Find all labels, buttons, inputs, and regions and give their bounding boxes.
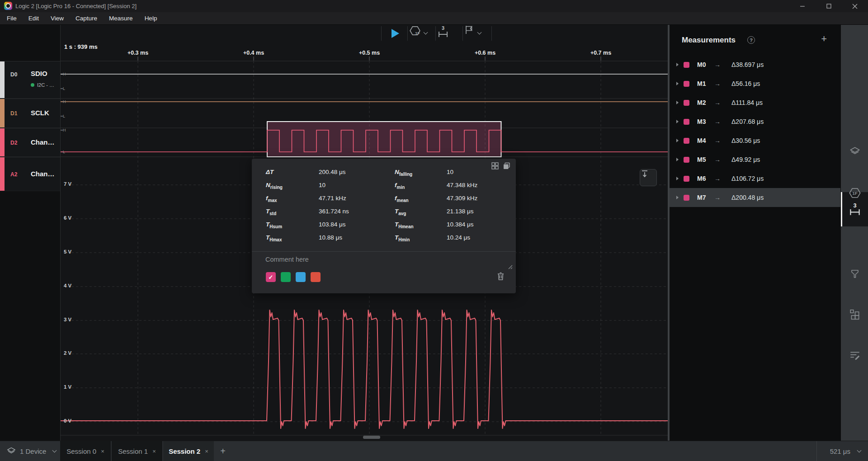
channel-d1-name: SCLK (31, 109, 49, 117)
channel-d1[interactable]: D1 SCLK (0, 99, 60, 128)
stat-value: 47.309 kHz (447, 195, 477, 202)
notes-tab-button[interactable] (841, 343, 868, 368)
measurement-list-item[interactable]: M5 → Δ49.92 μs (670, 150, 840, 169)
annotations-button[interactable] (464, 25, 491, 42)
toolbar-divider (407, 26, 408, 41)
channel-a2-id: A2 (10, 171, 17, 178)
ruler-tick-label: +0.6 ms (465, 50, 505, 56)
add-measurement-button[interactable]: + (821, 33, 827, 45)
channel-d0[interactable]: D0 SDIO I2C - … (0, 61, 60, 99)
measurement-value: Δ111.84 μs (731, 99, 763, 106)
measure-ruler-icon: 3 (849, 202, 861, 216)
menu-item-help[interactable]: Help (139, 15, 163, 22)
measurements-tab-button[interactable]: 3 (841, 197, 868, 222)
menu-bar: FileEditViewCaptureMeasureHelp (0, 12, 868, 25)
arrow-right-icon: → (714, 61, 731, 68)
measurement-name: M3 (697, 118, 714, 125)
capture-stack-button[interactable] (841, 139, 868, 164)
menu-item-file[interactable]: File (1, 15, 23, 22)
analyzer-mode-button[interactable]: 1F (409, 25, 435, 42)
measurement-color-chip (684, 81, 689, 87)
measurement-list-item[interactable]: M7 → Δ200.48 μs (670, 188, 840, 207)
color-swatch[interactable] (311, 272, 321, 282)
stat-value: 200.48 μs (319, 169, 346, 175)
measurement-list: M0 → Δ38.697 μs M1 → Δ56.16 μs M2 → Δ111… (670, 55, 840, 207)
menu-item-capture[interactable]: Capture (70, 15, 103, 22)
measurement-color-chip (684, 138, 689, 144)
measurement-name: M2 (697, 99, 714, 106)
stat-value: 21.138 μs (447, 208, 474, 215)
tab-session-0[interactable]: Session 0 × (60, 441, 111, 461)
notes-pencil-icon (849, 349, 861, 361)
popup-stat-row: THsum 103.84 μs THmean 10.384 μs (252, 221, 516, 234)
color-swatch[interactable] (296, 272, 306, 282)
tab-close-icon[interactable]: × (101, 448, 104, 455)
extensions-tab-button[interactable] (841, 302, 868, 327)
popup-stat-row: fmax 47.71 kHz fmean 47.309 kHz (252, 195, 516, 208)
analyzer-badge: 1F (415, 31, 420, 36)
start-capture-button[interactable] (383, 25, 407, 42)
arrow-right-icon: → (714, 118, 731, 125)
measure-tool-button[interactable]: 3 (437, 25, 462, 42)
measurement-list-item[interactable]: M1 → Δ56.16 μs (670, 74, 840, 93)
ruler-tick-label: +0.4 ms (233, 50, 274, 56)
expand-caret-icon[interactable] (676, 120, 679, 123)
expand-caret-icon[interactable] (676, 177, 679, 180)
stat-value: 10.384 μs (447, 221, 474, 228)
delete-measurement-button[interactable] (496, 272, 505, 281)
bottom-bar: 1 Device Session 0 × Session 1 × Session… (0, 441, 868, 461)
expand-caret-icon[interactable] (676, 82, 679, 85)
channel-a2[interactable]: A2 Chan… (0, 157, 60, 191)
resize-handle-icon[interactable] (508, 265, 513, 269)
expand-caret-icon[interactable] (676, 101, 679, 104)
menu-item-measure[interactable]: Measure (103, 15, 139, 22)
channel-d2[interactable]: D2 Chan… (0, 128, 60, 157)
device-selector[interactable]: 1 Device (6, 441, 56, 461)
stat-label: Nfalling (395, 169, 412, 177)
ruler-origin-time: 1 s : 939 ms (64, 43, 98, 50)
color-swatch[interactable]: ✓ (266, 272, 276, 282)
stat-label: THmin (395, 234, 410, 242)
expand-caret-icon[interactable] (676, 196, 679, 199)
measurement-list-item[interactable]: M3 → Δ207.68 μs (670, 112, 840, 131)
maximize-button[interactable] (816, 0, 842, 12)
expand-caret-icon[interactable] (676, 158, 679, 161)
minimize-icon (800, 4, 805, 9)
measurement-list-item[interactable]: M0 → Δ38.697 μs (670, 55, 840, 74)
measurement-list-item[interactable]: M6 → Δ106.72 μs (670, 169, 840, 188)
d1-low-label: L (63, 113, 68, 119)
measurement-list-item[interactable]: M2 → Δ111.84 μs (670, 93, 840, 112)
voltage-label: 5 V (64, 249, 71, 254)
comment-input[interactable] (265, 256, 500, 268)
help-icon[interactable]: ? (747, 36, 755, 44)
expand-caret-icon[interactable] (676, 63, 679, 66)
window-size-selector[interactable]: 521 μs (830, 441, 861, 461)
tab-close-icon[interactable]: × (152, 448, 156, 455)
measurement-list-item[interactable]: M4 → Δ30.56 μs (670, 131, 840, 150)
menu-item-edit[interactable]: Edit (23, 15, 45, 22)
menu-item-view[interactable]: View (45, 15, 70, 22)
arrow-right-icon: → (714, 194, 731, 201)
color-swatch[interactable] (281, 272, 291, 282)
analyzer-label: I2C - … (37, 82, 54, 88)
autoscale-button[interactable] (640, 169, 657, 186)
tab-session-2[interactable]: Session 2 × (163, 441, 214, 461)
trigger-tab-button[interactable] (841, 261, 868, 287)
new-session-button[interactable]: + (216, 441, 230, 461)
device-layers-icon (6, 446, 16, 456)
stat-value: 47.348 kHz (447, 182, 477, 188)
expand-caret-icon[interactable] (676, 139, 679, 142)
analyzer-row[interactable]: I2C - … (31, 82, 54, 88)
chevron-down-icon (423, 30, 428, 35)
layers-icon (849, 146, 861, 157)
tab-label: Session 0 (66, 447, 96, 455)
measurement-color-chip (684, 157, 689, 163)
tab-label: Session 1 (118, 447, 148, 455)
horizontal-scrollbar[interactable] (363, 436, 380, 439)
measurement-value: Δ56.16 μs (731, 80, 760, 87)
close-button[interactable] (842, 0, 868, 12)
tab-session-1[interactable]: Session 1 × (112, 441, 162, 461)
measurement-value: Δ38.697 μs (731, 61, 764, 68)
minimize-button[interactable] (789, 0, 816, 12)
tab-close-icon[interactable]: × (205, 448, 208, 455)
